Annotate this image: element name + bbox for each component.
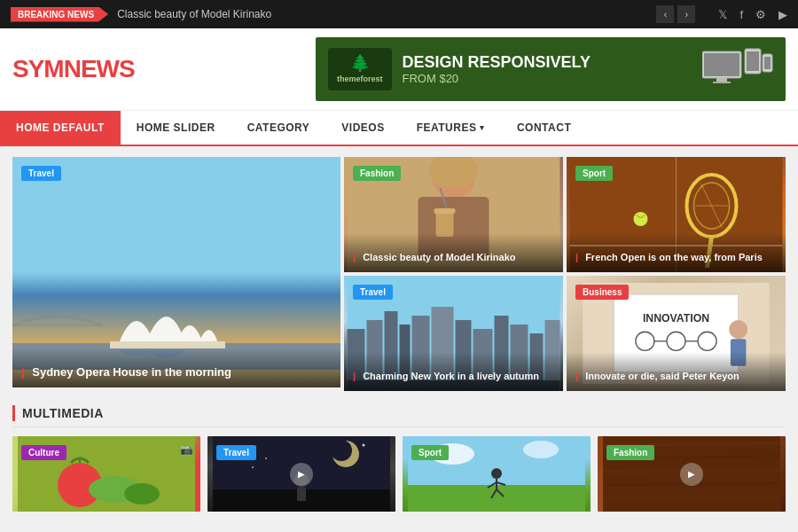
facebook-icon[interactable]: f (739, 8, 743, 21)
fashion2-badge: Fashion (606, 445, 654, 460)
sub-travel-caption: Charming New York in a lively autumn (344, 352, 563, 391)
multimedia-item-sport2[interactable]: Sport (403, 436, 591, 512)
svg-rect-1 (704, 53, 739, 76)
svg-rect-3 (713, 82, 731, 83)
sub-business-caption: Innovate or die, said Peter Keyon (567, 352, 786, 391)
breaking-news-text: Classic beauty of Model Kirinako (117, 8, 647, 20)
breaking-news-bar: BREAKING NEWS Classic beauty of Model Ki… (0, 0, 798, 28)
travel2-badge: Travel (216, 445, 256, 460)
featured-grid: Travel Sydney Opera House in the morning (12, 157, 786, 391)
ad-logo-name: themeforest (337, 74, 383, 85)
main-content: Travel Sydney Opera House in the morning (0, 146, 798, 522)
svg-rect-15 (434, 208, 456, 214)
nav-item-videos[interactable]: VIDEOS (325, 111, 400, 145)
svg-point-49 (729, 320, 747, 339)
youtube-icon[interactable]: ▶ (778, 8, 787, 21)
logo-part1: SYM (12, 55, 64, 82)
multimedia-grid: Culture 📷 (12, 436, 786, 512)
ad-text: DESIGN RESPONSIVELY FROM $20 (403, 53, 591, 86)
svg-point-64 (363, 444, 365, 447)
svg-line-81 (603, 497, 780, 498)
site-logo[interactable]: SYMNEWS (12, 55, 135, 83)
svg-point-65 (252, 466, 254, 468)
sub-fashion-badge: Fashion (353, 166, 401, 181)
sub-fashion-caption: Classic beauty of Model Kirinako (344, 233, 563, 272)
featured-main-article[interactable]: Travel Sydney Opera House in the morning (12, 157, 340, 387)
camera-icon: 📷 (180, 443, 193, 456)
breaking-next-button[interactable]: › (677, 5, 695, 23)
settings-icon[interactable]: ⚙ (755, 8, 766, 21)
nav-item-contact[interactable]: CONTACT (501, 111, 587, 145)
logo-part2: NEWS (64, 55, 135, 82)
featured-main-category-badge: Travel (21, 166, 61, 181)
breaking-news-label: BREAKING NEWS (11, 7, 108, 22)
ad-subtitle: FROM $20 (403, 72, 591, 85)
section-bar (12, 405, 15, 421)
featured-right-grid: Fashion Classic beauty of Model Kirinako (344, 157, 786, 391)
svg-rect-5 (747, 51, 759, 71)
breaking-nav: ‹ › (656, 5, 695, 23)
svg-point-63 (265, 458, 267, 459)
sub-sport-badge: Sport (575, 166, 613, 181)
breaking-prev-button[interactable]: ‹ (656, 5, 674, 23)
sub-travel-badge: Travel (353, 285, 393, 300)
svg-rect-2 (716, 78, 727, 82)
nav-item-features[interactable]: FEATURES ▾ (401, 111, 501, 145)
travel2-play-btn[interactable]: ▶ (290, 463, 313, 486)
header: SYMNEWS 🌲 themeforest DESIGN RESPONSIVEL… (0, 28, 798, 111)
svg-text:INNOVATION: INNOVATION (643, 312, 709, 325)
svg-point-61 (331, 440, 352, 461)
ad-devices (702, 47, 773, 91)
svg-point-26 (634, 212, 648, 226)
ad-banner[interactable]: 🌲 themeforest DESIGN RESPONSIVELY FROM $… (316, 37, 786, 101)
multimedia-title: MULTIMEDIA (22, 406, 104, 420)
sub-sport-caption: French Open is on the way, from Paris (567, 233, 786, 272)
nav-item-home-slider[interactable]: HOME SLIDER (121, 111, 231, 145)
ad-title: DESIGN RESPONSIVELY (403, 53, 591, 73)
tf-icon: 🌲 (337, 53, 383, 74)
featured-sub-sport[interactable]: Sport French Open is on the way, from Pa… (567, 157, 786, 272)
sport2-badge: Sport (411, 445, 449, 460)
multimedia-item-fashion2[interactable]: Fashion ▶ (598, 436, 786, 512)
svg-rect-7 (764, 57, 771, 69)
multimedia-item-travel[interactable]: Travel ▶ (207, 436, 395, 512)
devices-svg (702, 47, 773, 91)
svg-point-70 (491, 468, 502, 479)
svg-rect-59 (297, 488, 306, 501)
svg-point-55 (124, 483, 160, 505)
twitter-icon[interactable]: 𝕏 (718, 8, 727, 21)
ad-logo: 🌲 themeforest (328, 48, 392, 90)
social-icons: 𝕏 f ⚙ ▶ (718, 8, 787, 21)
culture-badge: Culture (21, 445, 66, 460)
features-dropdown-arrow: ▾ (480, 123, 485, 132)
nav-item-home-default[interactable]: HOME DEFAULT (0, 111, 121, 145)
featured-sub-travel[interactable]: Travel Charming New York in a lively aut… (344, 276, 563, 391)
svg-point-68 (523, 441, 559, 458)
multimedia-item-culture[interactable]: Culture 📷 (12, 436, 200, 512)
sub-business-badge: Business (575, 285, 629, 300)
multimedia-section-header: MULTIMEDIA (12, 405, 786, 427)
fashion2-play-btn[interactable]: ▶ (680, 463, 703, 486)
featured-sub-fashion[interactable]: Fashion Classic beauty of Model Kirinako (344, 157, 563, 272)
featured-sub-business[interactable]: INNOVATION Business Innovate or die, (567, 276, 786, 391)
main-nav: HOME DEFAULT HOME SLIDER CATEGORY VIDEOS… (0, 111, 798, 146)
nav-item-category[interactable]: CATEGORY (231, 111, 326, 145)
featured-main-caption: Sydney Opera House in the morning (12, 348, 340, 387)
